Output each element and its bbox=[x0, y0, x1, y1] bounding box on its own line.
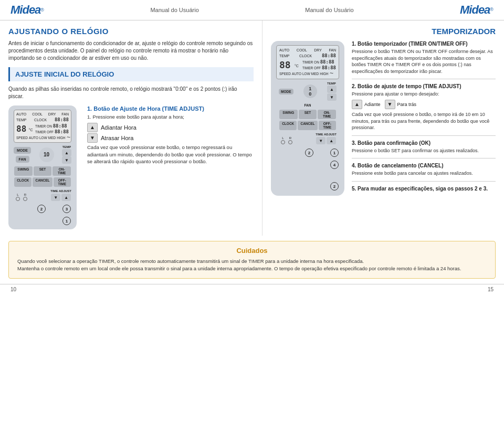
up-arrow-icon: ▲ bbox=[87, 123, 98, 132]
callout-item2-text: Atrasar Hora bbox=[101, 135, 133, 141]
annotation-1-row: 1 bbox=[14, 217, 71, 225]
large-timer-off: TIMER OFF 88:88 bbox=[302, 65, 336, 70]
large-off-time-btn[interactable]: OFF-TIME bbox=[319, 121, 336, 130]
bottom-buttons: SWING SET ON-TIME CLOCK CANCEL OFF-TIME … bbox=[14, 166, 71, 201]
large-btn-row-1: SWING SET ON-TIME bbox=[279, 110, 337, 119]
large-remote-wrapper: AUTO COOL DRY FAN TEMP CLOCK 88:88 88 °C bbox=[271, 41, 496, 196]
large-ann-1: 1 bbox=[330, 149, 339, 157]
large-cool: COOL bbox=[297, 48, 307, 52]
rc-section-5: 5. Para mudar as especificações, siga os… bbox=[352, 186, 496, 192]
large-time-down-btn[interactable]: ▼ bbox=[316, 137, 326, 144]
large-high-lbl: HIGH bbox=[320, 72, 328, 76]
separator-3 bbox=[352, 158, 496, 158]
callout-title: 1. Botão de Ajuste de Hora (TIME ADJUST) bbox=[87, 105, 254, 112]
btn-row-2: CLOCK CANCEL OFF-TIME bbox=[14, 177, 71, 187]
rc-section-3: 3. Botão para confirmação (OK) Pressione… bbox=[352, 140, 496, 154]
large-clock-lbl: CLOCK bbox=[299, 54, 312, 58]
large-timers: TIMER ON 88:88 TIMER OFF 88:88 bbox=[302, 59, 336, 70]
large-mode-btn[interactable]: MODE bbox=[279, 89, 293, 94]
temp-up-button[interactable]: ▲ bbox=[62, 149, 71, 156]
large-on-time-btn[interactable]: ON-TIME bbox=[318, 110, 336, 119]
header-right: Midea® bbox=[460, 3, 494, 17]
rc-section-1: 1. Botão temporizador (TIMER ON/TIMER OF… bbox=[352, 41, 496, 75]
rc-body-2-sub: Pressione para ajustar o tempo desejado: bbox=[352, 91, 496, 98]
remote-container: AUTO COOL DRY FAN TEMP CLOCK 88:88 88 °C bbox=[8, 105, 254, 229]
large-r-circle bbox=[288, 140, 292, 144]
screen-row-big: 88 °C TIMER ON 88:88 TIMER OFF 88:88 bbox=[16, 123, 69, 134]
remote-screen: AUTO COOL DRY FAN TEMP CLOCK 88:88 88 °C bbox=[14, 110, 71, 143]
label-dry: DRY bbox=[48, 112, 56, 116]
large-ann-2b: 2 bbox=[330, 182, 339, 190]
l-circle bbox=[16, 197, 20, 201]
clock-button[interactable]: CLOCK bbox=[14, 177, 32, 187]
callout-box: 1. Botão de Ajuste de Hora (TIME ADJUST)… bbox=[87, 105, 254, 229]
large-annotations: 2 1 bbox=[276, 149, 339, 157]
footer: 10 15 bbox=[0, 284, 504, 294]
rc-arrow-down: ▼ Para trás bbox=[385, 100, 417, 109]
temp-label: TEMP bbox=[62, 145, 71, 149]
timer-off-digits: 88:88 bbox=[55, 129, 69, 134]
swing-button[interactable]: SWING bbox=[14, 166, 33, 176]
large-r-block: R bbox=[288, 136, 292, 144]
large-temp-up[interactable]: ▲ bbox=[327, 86, 337, 93]
label-timer-off-row: TIMER OFF 88:88 bbox=[35, 129, 69, 134]
separator-2 bbox=[352, 135, 496, 136]
fan-button[interactable]: FAN bbox=[16, 156, 29, 163]
rc-section-4: 4. Botão de cancelamento (CANCEL) Pressi… bbox=[352, 163, 496, 177]
degree-c: °C bbox=[29, 128, 33, 132]
callout-item1-text: Adiantar Hora bbox=[101, 124, 136, 131]
timer-on-digits: 88:88 bbox=[53, 123, 67, 129]
set-button[interactable]: SET bbox=[34, 166, 52, 176]
screen-row-temp: TEMP CLOCK 88:88 bbox=[16, 117, 69, 122]
cancel-button[interactable]: CANCEL bbox=[33, 177, 52, 187]
caution-box: Cuidados Quando você selecionar a operaç… bbox=[8, 241, 496, 279]
on-time-button[interactable]: ON-TIME bbox=[52, 166, 71, 176]
logo-reg-left: ® bbox=[40, 7, 44, 13]
large-low-lbl: LOW bbox=[302, 72, 310, 76]
rc-arrow-row: ▲ Adiante ▼ Para trás bbox=[352, 100, 496, 109]
right-section-title: TEMPORIZADOR bbox=[271, 27, 496, 36]
off-time-button[interactable]: OFF-TIME bbox=[54, 177, 71, 187]
rc-body-2: Cada vez que você pressione o botão, o t… bbox=[352, 111, 496, 131]
large-set-btn[interactable]: SET bbox=[299, 110, 317, 119]
temp-arrows: TEMP ▲ ▼ bbox=[62, 145, 71, 164]
temp-down-button[interactable]: ▼ bbox=[62, 156, 71, 164]
large-time-up-btn[interactable]: ▲ bbox=[327, 137, 336, 144]
large-r-label: R bbox=[289, 136, 291, 140]
large-dry: DRY bbox=[314, 48, 322, 52]
large-bottom-btns: SWING SET ON-TIME CLOCK CANCEL OFF-TIME … bbox=[279, 110, 337, 144]
label-fan: FAN bbox=[61, 112, 69, 116]
label-timer-off: TIMER OFF bbox=[35, 130, 54, 134]
large-l-block: L bbox=[281, 136, 285, 144]
header: Midea® Manual do Usuário Manual do Usuár… bbox=[0, 0, 504, 20]
rc-body-3: Pressione o botão SET para confirmar os … bbox=[352, 147, 496, 154]
large-ann-2: 2 bbox=[305, 149, 313, 157]
large-auto-lbl: AUTO bbox=[292, 72, 301, 76]
label-low: LOW bbox=[39, 136, 47, 140]
large-screen-top: AUTO COOL DRY FAN bbox=[279, 48, 336, 52]
btn-row-1: SWING SET ON-TIME bbox=[14, 166, 71, 176]
large-time-adjust: TIME ADJUST ▼ ▲ bbox=[316, 133, 337, 144]
time-down-button[interactable]: ▼ bbox=[51, 194, 60, 201]
callout-section: 1. Botão de Ajuste de Hora (TIME ADJUST)… bbox=[87, 105, 254, 167]
logo-text-left: Midea bbox=[10, 3, 40, 17]
separator-1 bbox=[352, 79, 496, 79]
large-cancel-btn[interactable]: CANCEL bbox=[298, 121, 317, 130]
annotation-1: 1 bbox=[62, 217, 71, 225]
large-temp-down[interactable]: ▼ bbox=[327, 93, 337, 101]
rc-para-tras: Para trás bbox=[397, 102, 417, 107]
label-speed: SPEED bbox=[16, 136, 28, 140]
l-label: L bbox=[17, 193, 18, 196]
lr-block: L R bbox=[16, 193, 27, 201]
large-clock-btn[interactable]: CLOCK bbox=[279, 121, 297, 130]
large-swing-btn[interactable]: SWING bbox=[279, 110, 298, 119]
annotation-2: 2 bbox=[37, 205, 46, 213]
large-temp-lbl: TEMP bbox=[279, 54, 289, 58]
page-left: 10 bbox=[10, 287, 16, 292]
rc-section-2: 2. Botão de ajuste de tempo (TIME ADJUST… bbox=[352, 83, 496, 131]
screen-top-bar: AUTO COOL DRY FAN bbox=[16, 112, 69, 116]
large-time-btns: ▼ ▲ bbox=[316, 137, 337, 144]
large-screen: AUTO COOL DRY FAN TEMP CLOCK 88:88 88 °C bbox=[276, 45, 339, 79]
mode-button[interactable]: MODE bbox=[14, 147, 31, 154]
time-up-button[interactable]: ▲ bbox=[61, 194, 71, 201]
